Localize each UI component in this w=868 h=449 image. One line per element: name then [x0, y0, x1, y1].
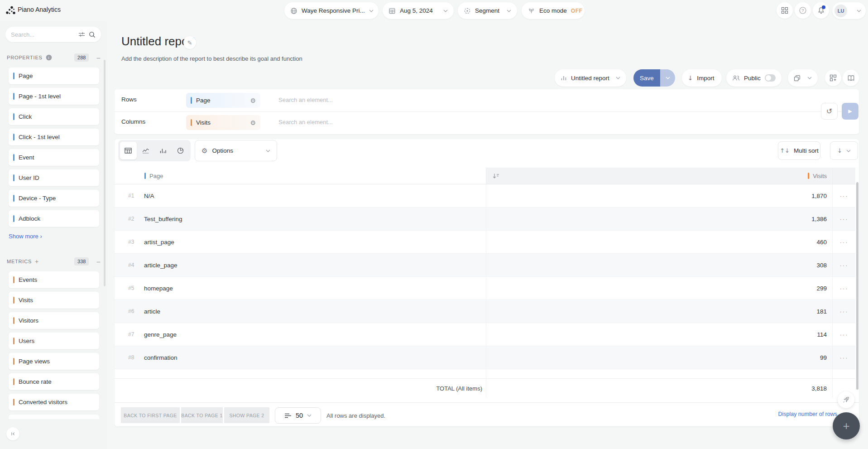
- sidebar-item-click-1st-level[interactable]: Click - 1st level: [9, 129, 99, 145]
- columns-metric-chip[interactable]: Visits ⚙: [186, 115, 260, 130]
- collapse-section-icon[interactable]: –: [96, 258, 101, 265]
- sidebar-item-visitors[interactable]: Visitors: [9, 312, 99, 329]
- row-visits-value: 299: [816, 285, 827, 292]
- segment-selector[interactable]: Segment: [458, 2, 517, 19]
- gear-icon[interactable]: ⚙: [250, 97, 256, 104]
- piano-analytics-logo-icon[interactable]: [5, 5, 16, 16]
- collapse-sidebar-button[interactable]: [6, 427, 19, 440]
- duplicate-dropdown[interactable]: [788, 69, 818, 87]
- sidebar-search-input[interactable]: Search...: [5, 27, 101, 42]
- save-button[interactable]: Save: [633, 69, 660, 87]
- row-rank: #3: [128, 239, 144, 245]
- table-row[interactable]: #6 article 181 ···: [115, 300, 855, 323]
- metrics-count-badge: 338: [74, 257, 89, 266]
- add-widget-button[interactable]: [825, 70, 841, 86]
- import-button[interactable]: ↓ Import: [682, 69, 722, 87]
- sidebar-item-click[interactable]: Click: [9, 108, 99, 125]
- bar-chart-view-tab[interactable]: [155, 142, 172, 159]
- row-page-label: artist_page: [144, 239, 174, 246]
- date-range-selector[interactable]: Aug 5, 2024: [383, 2, 454, 19]
- show-page-2-button[interactable]: SHOW PAGE 2: [224, 407, 269, 423]
- sidebar-item-page-1st-level[interactable]: Page - 1st level: [9, 88, 99, 105]
- table-row[interactable]: #5 homepage 299 ···: [115, 277, 855, 300]
- sort-descending-icon[interactable]: [493, 173, 499, 179]
- filter-sliders-icon[interactable]: [78, 31, 85, 38]
- notifications-button[interactable]: [813, 2, 829, 19]
- rows-dimension-chip[interactable]: Page ⚙: [186, 93, 260, 108]
- ellipsis-icon: ···: [840, 285, 849, 292]
- user-menu[interactable]: LU: [832, 2, 866, 19]
- sidebar-item-page[interactable]: Page: [9, 68, 99, 84]
- metric-accent-bar: [13, 276, 14, 283]
- property-accent-bar: [13, 134, 14, 140]
- public-toggle-control[interactable]: Public: [726, 69, 782, 87]
- back-to-first-page-button[interactable]: BACK TO FIRST PAGE: [121, 407, 180, 423]
- row-actions-button[interactable]: ···: [832, 254, 855, 276]
- add-metric-icon[interactable]: +: [35, 258, 39, 265]
- run-query-button[interactable]: ▶: [842, 103, 858, 120]
- sidebar-item-event[interactable]: Event: [9, 149, 99, 166]
- table-scrollbar[interactable]: [856, 182, 858, 390]
- library-button[interactable]: [843, 70, 859, 86]
- search-placeholder: Search...: [11, 31, 75, 38]
- row-actions-button[interactable]: ···: [832, 184, 855, 207]
- reset-query-button[interactable]: ↺: [821, 103, 838, 120]
- segment-label: Segment: [475, 7, 499, 14]
- save-options-button[interactable]: [660, 69, 675, 87]
- multi-sort-button[interactable]: ↑↓ Multi sort: [778, 141, 820, 160]
- back-to-page-1-button[interactable]: BACK TO PAGE 1: [181, 407, 223, 423]
- table-row[interactable]: #2 Test_buffering 1,386 ···: [115, 208, 855, 231]
- display-number-of-rows-link[interactable]: Display number of rows: [778, 411, 837, 417]
- info-icon[interactable]: i: [46, 54, 52, 61]
- pie-chart-view-tab[interactable]: [173, 142, 189, 159]
- sidebar-item-user-id[interactable]: User ID: [9, 169, 99, 186]
- column-header-visits[interactable]: Visits: [486, 168, 832, 184]
- eco-mode-toggle[interactable]: Eco mode OFF: [522, 2, 585, 19]
- sidebar-item-adblock[interactable]: Adblock: [9, 210, 99, 227]
- rows-per-page-dropdown[interactable]: 50: [275, 407, 321, 424]
- add-report-fab[interactable]: +: [833, 412, 860, 439]
- table-view-tab[interactable]: [120, 142, 137, 159]
- rows-search-input[interactable]: Search an element...: [278, 97, 333, 103]
- search-icon[interactable]: [89, 31, 96, 38]
- boost-button[interactable]: [838, 391, 854, 408]
- report-selector-dropdown[interactable]: Untitled report: [555, 69, 626, 87]
- chevron-down-icon: [307, 414, 312, 417]
- export-dropdown[interactable]: ↓: [830, 141, 858, 160]
- row-actions-button[interactable]: ···: [832, 231, 855, 253]
- chevron-down-icon: [507, 10, 511, 12]
- table-row[interactable]: #7 genre_page 114 ···: [115, 323, 855, 346]
- sidebar-item-converted-visitors[interactable]: Converted visitors: [9, 394, 99, 410]
- row-actions-button[interactable]: ···: [832, 346, 855, 369]
- sidebar-item-visits[interactable]: Visits: [9, 292, 99, 309]
- sidebar-item-page-views[interactable]: Page views: [9, 353, 99, 370]
- sidebar-item-users[interactable]: Users: [9, 333, 99, 349]
- row-actions-button[interactable]: ···: [832, 323, 855, 346]
- help-button[interactable]: ?: [795, 2, 811, 19]
- show-more-link[interactable]: Show more ›: [9, 233, 42, 240]
- options-dropdown[interactable]: ⚙ Options: [195, 140, 277, 161]
- rows-per-page-value: 50: [296, 412, 303, 419]
- site-selector[interactable]: Waye Responsive Pri...: [284, 2, 379, 19]
- edit-title-button[interactable]: ✎: [183, 36, 196, 49]
- ellipsis-icon: ···: [840, 262, 849, 269]
- row-actions-button[interactable]: ···: [832, 208, 855, 230]
- column-header-page[interactable]: Page: [115, 168, 486, 184]
- sidebar-scrollbar[interactable]: [104, 60, 106, 286]
- sidebar-item-device-type[interactable]: Device - Type: [9, 190, 99, 207]
- row-actions-button[interactable]: ···: [832, 300, 855, 323]
- table-row[interactable]: #1 N/A 1,870 ···: [115, 184, 855, 208]
- table-row[interactable]: #4 article_page 308 ···: [115, 254, 855, 277]
- table-row[interactable]: #8 confirmation 99 ···: [115, 346, 855, 369]
- public-toggle[interactable]: [765, 74, 776, 82]
- collapse-section-icon[interactable]: –: [96, 54, 101, 61]
- report-description[interactable]: Add the description of the report to bes…: [121, 55, 302, 62]
- gear-icon[interactable]: ⚙: [250, 119, 256, 126]
- sidebar-item-bounce-rate[interactable]: Bounce rate: [9, 373, 99, 390]
- line-chart-view-tab[interactable]: [138, 142, 154, 159]
- columns-search-input[interactable]: Search an element...: [278, 119, 333, 126]
- apps-grid-button[interactable]: [777, 2, 793, 19]
- table-row[interactable]: #3 artist_page 460 ···: [115, 231, 855, 254]
- row-actions-button[interactable]: ···: [832, 277, 855, 299]
- sidebar-item-events[interactable]: Events: [9, 271, 99, 288]
